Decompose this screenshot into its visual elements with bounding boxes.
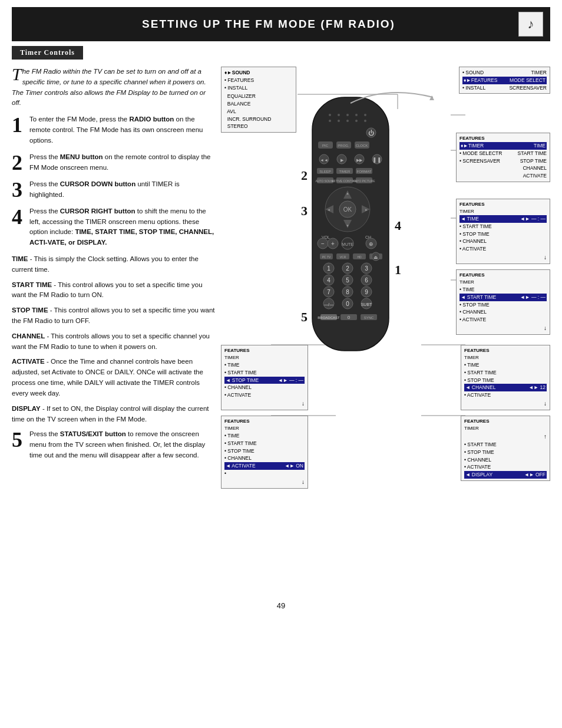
sound-item-incr: INCR. SURROUND bbox=[224, 116, 293, 123]
svg-text:◄: ◄ bbox=[327, 208, 330, 212]
ft1-stoptime: STOP TIME bbox=[520, 157, 547, 165]
fd-activate: • ACTIVATE bbox=[464, 463, 547, 471]
sound-item-equalizer: EQUALIZER bbox=[224, 93, 293, 100]
body-channel: CHANNEL - This controls allows you to se… bbox=[12, 331, 215, 353]
features-timer-box-3: FEATURES TIMER • TIME ◄ START TIME ◄► — … bbox=[456, 269, 550, 335]
sound-item-balance: BALANCE bbox=[224, 100, 293, 108]
ft1-channel-row: CHANNEL bbox=[459, 164, 547, 172]
step-1-container: 1 To enter the FM Mode, press the RADIO … bbox=[12, 114, 215, 146]
step-4-number: 4 bbox=[12, 206, 26, 248]
page-number: 49 bbox=[0, 601, 562, 616]
fst-time: • TIME bbox=[224, 361, 305, 369]
fch-activate: • ACTIVATE bbox=[464, 391, 547, 399]
svg-text:7: 7 bbox=[327, 289, 330, 295]
ft2-time: ◄ TIME bbox=[461, 215, 479, 223]
sound-item-stereo: STEREO bbox=[224, 123, 293, 130]
sound-title: ♦►SOUND bbox=[224, 69, 293, 77]
fac-stoptime: • STOP TIME bbox=[224, 447, 305, 455]
fch-starttime: • START TIME bbox=[464, 369, 547, 377]
svg-text:5: 5 bbox=[301, 309, 308, 324]
step-4-container: 4 Press the CURSOR RIGHT button to shift… bbox=[12, 206, 215, 248]
ft2-time-highlighted: ◄ TIME ◄► — : — bbox=[459, 215, 547, 223]
svg-text:BROADCAST: BROADCAST bbox=[318, 316, 340, 319]
step-3-container: 3 Press the CURSOR DOWN button until TIM… bbox=[12, 179, 215, 200]
ft3-activate: • ACTIVATE bbox=[459, 316, 547, 324]
svg-text:⏏: ⏏ bbox=[373, 255, 378, 260]
box-sound-row: • SOUND TIMER bbox=[462, 69, 547, 77]
svg-text:6: 6 bbox=[365, 277, 368, 284]
sound-item-avl: AVL bbox=[224, 108, 293, 116]
fac-starttime: • START TIME bbox=[224, 440, 305, 447]
fst-arrow-down: ↓ bbox=[224, 399, 305, 408]
svg-text:TIMER: TIMER bbox=[339, 170, 351, 173]
sr-mode-select: MODE SELECT bbox=[510, 77, 546, 84]
drop-cap: T bbox=[12, 67, 22, 82]
sr-screensaver: SCREENSAVER bbox=[509, 84, 547, 92]
ft3-starttime: ◄ START TIME bbox=[461, 294, 496, 301]
body-stop-time: STOP TIME - This control allows you to s… bbox=[12, 305, 215, 327]
features-timer-box-1: FEATURES ♦►TIMER TIME • MODE SELECTR STA… bbox=[456, 133, 550, 182]
fch-arrow-down: ↓ bbox=[464, 399, 547, 408]
svg-text:3: 3 bbox=[365, 265, 368, 272]
fst-highlighted: ◄ STOP TIME ◄► — : — bbox=[224, 377, 305, 384]
fac-time: • TIME bbox=[224, 432, 305, 440]
svg-text:CLOCK: CLOCK bbox=[356, 144, 368, 147]
ft1-timer-highlighted: ♦►TIMER TIME bbox=[459, 142, 547, 150]
svg-text:SYNC: SYNC bbox=[364, 316, 374, 319]
intro-body: he FM Radio within the TV can be set to … bbox=[12, 68, 206, 106]
svg-text:SUBT: SUBT bbox=[361, 302, 372, 307]
fac-features: FEATURES bbox=[224, 418, 305, 425]
ft2-stoptime: • STOP TIME bbox=[459, 230, 547, 238]
sound-item-install: • INSTALL bbox=[224, 84, 293, 92]
sound-features-right: • SOUND TIMER ♦►FEATURES MODE SELECT • I… bbox=[459, 67, 550, 94]
fch-time: • TIME bbox=[464, 361, 547, 369]
features-display-box: FEATURES TIMER ↑ • START TIME • STOP TIM… bbox=[461, 416, 550, 481]
fac-timer: TIMER bbox=[224, 425, 305, 432]
fd-display: ◄ DISPLAY bbox=[465, 471, 492, 479]
ft1-screen-row: • SCREENSAVER STOP TIME bbox=[459, 157, 547, 165]
svg-text:0: 0 bbox=[346, 301, 349, 307]
ft3-time: • TIME bbox=[459, 286, 547, 294]
svg-text:1: 1 bbox=[395, 262, 401, 277]
step-5-container: 5 Press the STATUS/EXIT button to remove… bbox=[12, 429, 215, 460]
svg-text:⏻: ⏻ bbox=[368, 130, 374, 136]
svg-text:9: 9 bbox=[365, 289, 368, 295]
svg-point-23 bbox=[346, 120, 349, 122]
svg-point-19 bbox=[355, 114, 358, 116]
fd-stoptime: • STOP TIME bbox=[464, 449, 547, 456]
svg-text:0: 0 bbox=[348, 315, 351, 320]
svg-point-22 bbox=[338, 120, 340, 122]
fst-value: ◄► — : — bbox=[278, 377, 303, 384]
features-channel-box: FEATURES TIMER • TIME • START TIME • STO… bbox=[461, 345, 550, 410]
svg-point-24 bbox=[355, 120, 358, 122]
svg-text:VCR: VCR bbox=[340, 255, 346, 259]
ft3-arrow-down: ↓ bbox=[459, 324, 547, 332]
ft1-activate-row: ACTIVATE bbox=[459, 172, 547, 180]
svg-text:1: 1 bbox=[327, 265, 330, 272]
fac-arrow-down: ↓ bbox=[224, 477, 305, 486]
step-5-text: Press the STATUS/EXIT button to remove t… bbox=[29, 429, 215, 460]
step-1-number: 1 bbox=[12, 114, 26, 146]
svg-text:4: 4 bbox=[327, 277, 330, 284]
svg-text:2: 2 bbox=[346, 265, 349, 272]
fac-channel: • CHANNEL bbox=[224, 454, 305, 462]
fd-starttime: • START TIME bbox=[464, 441, 547, 449]
svg-text:SLEEP: SLEEP bbox=[319, 170, 330, 173]
svg-text:PROG.: PROG. bbox=[338, 144, 349, 147]
sound-menu-topleft: ♦►SOUND • FEATURES • INSTALL EQUALIZER B… bbox=[221, 67, 296, 133]
fst-features: FEATURES bbox=[224, 347, 305, 354]
svg-point-18 bbox=[346, 114, 349, 116]
svg-text:▲: ▲ bbox=[346, 192, 349, 195]
features-timer-box-2: FEATURES TIMER ◄ TIME ◄► — : — • START T… bbox=[456, 199, 550, 264]
ft2-channel: • CHANNEL bbox=[459, 238, 547, 245]
ft1-timer-label: ♦►TIMER bbox=[461, 142, 484, 150]
page-title: Setting up the FM Mode (FM Radio) bbox=[19, 18, 518, 31]
features-stoptime-box: FEATURES TIMER • TIME • START TIME ◄ STO… bbox=[221, 345, 308, 410]
sr-features-highlighted: ♦►FEATURES MODE SELECT bbox=[462, 77, 547, 84]
svg-text:PC TV: PC TV bbox=[322, 255, 331, 259]
ft1-features: FEATURES bbox=[459, 135, 547, 142]
fch-features: FEATURES bbox=[464, 347, 547, 354]
fch-value: ◄► 12 bbox=[528, 384, 546, 391]
features-activate-box: FEATURES TIMER • TIME • START TIME • STO… bbox=[221, 416, 308, 489]
ft2-activate: • ACTIVATE bbox=[459, 245, 547, 253]
